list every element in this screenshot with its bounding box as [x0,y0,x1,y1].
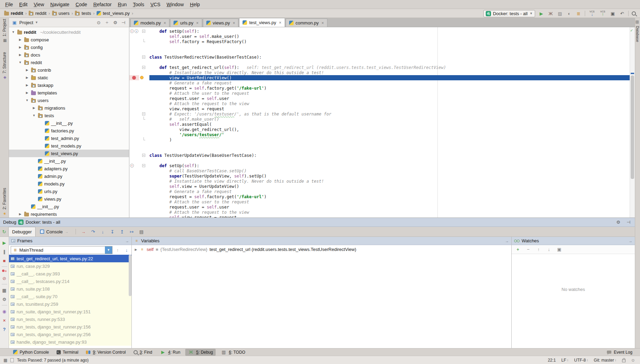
inspections-ok-icon[interactable]: ✓ [630,28,633,33]
frame-row[interactable]: run_tests, django_test_runner.py:156 [9,323,131,331]
hide-panel-icon[interactable]: ⊣ [626,219,632,225]
frame-row[interactable]: test_get_redirect_url, test_views.py:22 [9,255,131,262]
fold-column[interactable] [139,132,149,137]
editor-scrollbar[interactable]: ✓ [630,27,635,218]
menu-tools[interactable]: Tools [130,1,147,8]
fold-column[interactable] [139,49,149,54]
breadcrumb-item-test-views-py[interactable]: test_views.py [96,10,130,17]
chevron-expanded-icon[interactable]: ▼ [25,99,29,102]
editor-gutter[interactable] [129,39,139,44]
previous-frame-icon[interactable]: ↑ [115,247,121,253]
editor-gutter[interactable] [129,158,139,163]
fold-end-marker[interactable] [144,117,145,120]
chevron-collapsed-icon[interactable]: ▶ [18,53,22,57]
editor-gutter[interactable]: ↑ [129,163,139,168]
fold-marker-icon[interactable]: − [142,55,145,59]
editor-gutter[interactable]: ↑↓ [129,29,139,34]
fold-column[interactable] [139,91,149,96]
fold-column[interactable] [139,85,149,91]
frame-row[interactable]: run, suite.py:108 [9,285,131,293]
fold-column[interactable] [139,215,149,218]
move-watch-up-icon[interactable]: ↑ [535,246,542,253]
editor-gutter[interactable] [129,179,139,184]
menu-help[interactable]: Help [187,1,203,8]
breakpoint-icon[interactable] [132,76,136,80]
tree-item-requirements[interactable]: ▶requirements [9,210,129,218]
fold-column[interactable] [139,101,149,106]
tree-item-models-py[interactable]: models.py [9,180,129,188]
close-icon[interactable]: × [196,21,199,26]
fold-marker-icon[interactable]: − [142,66,145,69]
fold-end-marker[interactable] [144,137,145,140]
fold-marker-icon[interactable]: − [142,154,145,157]
fold-column[interactable] [139,204,149,210]
restore-layout-icon[interactable]: ▦ [1,287,8,293]
frame-row[interactable]: __call__, case.py:393 [9,270,131,277]
editor-gutter[interactable] [129,117,139,122]
breadcrumb-item-reddit[interactable]: reddit [28,10,47,17]
editor-gutter[interactable] [129,65,139,70]
fold-column[interactable] [139,137,149,142]
editor-gutter[interactable] [129,194,139,199]
view-breakpoints-icon[interactable] [2,270,7,272]
chevron-collapsed-icon[interactable]: ▶ [25,76,29,79]
frames-list[interactable]: test_get_redirect_url, test_views.py:22r… [9,255,131,348]
tool-window-switcher-icon[interactable]: ▦ [3,358,7,363]
chevron-expanded-icon[interactable]: ▼ [18,61,22,64]
fold-column[interactable]: − [139,153,149,158]
editor-gutter[interactable] [129,142,139,148]
tree-item-init-py[interactable]: __init__.py [9,119,129,127]
event-log-button[interactable]: Event Log [614,350,632,355]
tool-window-tab-7-structure[interactable]: ◈7: Structure [2,52,7,80]
editor-gutter[interactable] [129,49,139,54]
frame-row[interactable]: run_tests, django_test_runner.py:256 [9,331,131,338]
tool-button-terminal[interactable]: >_Terminal [54,349,81,356]
close-icon[interactable]: × [1,317,8,323]
close-icon[interactable]: × [164,21,166,26]
tool-button-python-console[interactable]: Python Console [10,349,52,356]
fold-column[interactable] [139,122,149,127]
tool-button-6-todo[interactable]: ▥6: TODO [218,349,248,356]
tree-item-urls-py[interactable]: urls.py [9,188,129,195]
fold-column[interactable] [139,142,149,148]
fold-column[interactable] [139,210,149,215]
breadcrumb-item-reddit[interactable]: reddit [3,10,24,17]
encoding-indicator[interactable]: UTF-8↕ [574,358,588,363]
editor-gutter[interactable] [129,106,139,111]
hide-panel-icon[interactable]: ⊣ [120,19,127,26]
editor-gutter[interactable] [129,204,139,210]
tree-item-taskapp[interactable]: ▶taskapp [9,81,129,89]
highlighting-level-icon[interactable]: ☺ [631,358,635,363]
fold-end-marker[interactable] [144,39,145,42]
fold-marker-icon[interactable]: − [142,164,145,167]
tree-item-static[interactable]: ▶static [9,74,129,81]
overridden-method-icon[interactable]: ↓ [135,29,138,33]
line-separator-indicator[interactable]: LF↕ [561,358,569,363]
chevron-collapsed-icon[interactable]: ▶ [25,83,29,87]
add-watch-icon[interactable]: + [515,246,521,253]
close-icon[interactable]: × [322,21,324,26]
tool-window-tab-database[interactable]: ▤ Database [635,20,640,42]
frame-row[interactable]: __call__, testcases.py:214 [9,277,131,285]
fold-column[interactable] [139,39,149,44]
settings-icon[interactable]: ⚙ [1,296,8,302]
fold-marker-icon[interactable]: − [142,30,145,33]
fold-column[interactable] [139,60,149,65]
tool-window-tab-2-favorites[interactable]: ★2: Favorites [2,188,7,216]
fold-column[interactable] [139,173,149,179]
fold-column[interactable]: − [139,111,149,117]
frame-row[interactable]: run_suite, django_test_runner.py:151 [9,308,131,315]
menu-code[interactable]: Code [72,1,90,8]
editor-gutter[interactable] [129,34,139,39]
frame-row[interactable]: __call__, suite.py:70 [9,293,131,300]
breadcrumb-item-users[interactable]: users [51,10,70,17]
fold-column[interactable] [139,34,149,39]
tree-item-reddit[interactable]: ▼reddit [9,59,129,66]
editor-gutter[interactable] [129,148,139,153]
settings-icon[interactable]: ⚙ [112,19,118,26]
chevron-collapsed-icon[interactable]: ▶ [32,106,36,110]
variables-list[interactable]: ▶≡self = {TestUserRedirectView} test_get… [132,245,511,254]
fold-column[interactable] [139,179,149,184]
editor-gutter[interactable] [129,122,139,127]
menu-vcs[interactable]: VCS [147,1,164,8]
